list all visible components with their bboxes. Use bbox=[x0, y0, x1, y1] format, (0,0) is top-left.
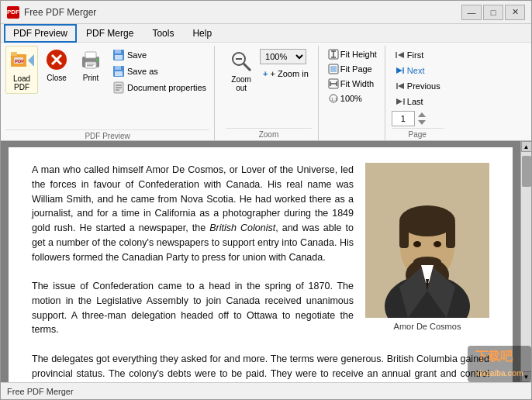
minimize-button[interactable]: — bbox=[461, 5, 482, 20]
zoom-out-icon bbox=[229, 49, 254, 74]
watermark-url: xiazaiba.com bbox=[475, 369, 523, 378]
title-bar: PDF Free PDF Merger — □ ✕ bbox=[1, 1, 531, 24]
save-as-icon bbox=[112, 65, 125, 78]
status-bar: Free PDF Merger bbox=[1, 382, 531, 399]
svg-marker-47 bbox=[418, 120, 426, 125]
fit-width-button[interactable]: Fit Width bbox=[326, 77, 378, 91]
load-pdf-icon: PDF bbox=[9, 48, 34, 73]
svg-text:1:1: 1:1 bbox=[331, 97, 338, 102]
menu-pdf-preview[interactable]: PDF Preview bbox=[4, 24, 77, 43]
svg-rect-11 bbox=[87, 65, 93, 67]
next-page-label: Next bbox=[407, 66, 425, 75]
italic-text: British Colonist bbox=[209, 222, 275, 233]
svg-text:PDF: PDF bbox=[15, 59, 24, 64]
menu-help[interactable]: Help bbox=[183, 24, 221, 43]
window-title: Free PDF Merger bbox=[24, 7, 96, 18]
fit-width-label: Fit Width bbox=[340, 79, 374, 88]
pdf-page: Amor De Cosmos A man who called himself … bbox=[9, 147, 513, 382]
zoom-out-label: Zoomout bbox=[231, 75, 251, 92]
zoom-out-button[interactable]: Zoomout bbox=[226, 47, 257, 94]
document-properties-button[interactable]: Document properties bbox=[109, 80, 209, 95]
watermark: 下载吧 xiazaiba.com bbox=[468, 346, 531, 382]
svg-point-58 bbox=[413, 241, 421, 247]
doc-props-icon bbox=[112, 81, 125, 94]
prev-page-icon bbox=[395, 81, 406, 91]
content-area: Amor De Cosmos A man who called himself … bbox=[1, 141, 531, 382]
svg-marker-42 bbox=[398, 83, 404, 89]
scroll-thumb[interactable] bbox=[522, 156, 531, 187]
save-column: Save Save as bbox=[109, 46, 209, 95]
menu-pdf-merge[interactable]: PDF Merge bbox=[77, 24, 143, 43]
fit-height-label: Fit Height bbox=[340, 50, 377, 59]
page-spinner-icon bbox=[416, 111, 427, 126]
status-text: Free PDF Merger bbox=[7, 387, 74, 396]
fit-100-label: 100% bbox=[340, 94, 362, 103]
last-page-label: Last bbox=[407, 97, 423, 106]
fit-height-icon bbox=[328, 49, 339, 60]
window-close-button[interactable]: ✕ bbox=[505, 5, 525, 20]
svg-rect-54 bbox=[399, 221, 409, 248]
page-number-row bbox=[392, 111, 444, 126]
save-icon bbox=[112, 49, 125, 61]
ribbon-group-page: First Next Previous Last bbox=[387, 46, 448, 140]
svg-rect-14 bbox=[115, 50, 121, 53]
previous-page-button[interactable]: Previous bbox=[392, 78, 444, 94]
scroll-track bbox=[521, 152, 532, 371]
zoom-in-plus: + bbox=[263, 69, 268, 78]
last-page-button[interactable]: Last bbox=[392, 94, 444, 109]
zoom-in-button[interactable]: + + Zoom in bbox=[260, 66, 312, 81]
close-icon bbox=[44, 47, 69, 72]
pdf-image-container: Amor De Cosmos bbox=[365, 163, 489, 333]
print-label: Print bbox=[83, 74, 99, 82]
fit-page-label: Fit Page bbox=[340, 64, 372, 74]
fit-page-icon bbox=[328, 64, 339, 74]
svg-marker-45 bbox=[396, 98, 402, 105]
load-pdf-button[interactable]: PDF LoadPDF bbox=[5, 46, 38, 94]
zoom-controls-col: 100% 75% 50% 125% 150% + + Zoom in bbox=[260, 47, 312, 81]
previous-page-label: Previous bbox=[407, 81, 440, 91]
print-button[interactable]: Print bbox=[75, 46, 106, 84]
page-group-label: Page bbox=[392, 128, 444, 139]
ribbon: PDF LoadPDF Close bbox=[1, 43, 531, 141]
title-bar-left: PDF Free PDF Merger bbox=[7, 6, 96, 19]
paragraph-3: The delegates got everything they asked … bbox=[32, 352, 489, 382]
zoom-out-svg bbox=[229, 49, 254, 74]
load-pdf-svg: PDF bbox=[9, 48, 34, 73]
page-buttons: First Next Previous Last bbox=[392, 47, 444, 128]
app-icon: PDF bbox=[7, 6, 19, 19]
svg-point-12 bbox=[96, 59, 98, 61]
next-page-button[interactable]: Next bbox=[392, 63, 444, 78]
save-as-svg bbox=[112, 65, 125, 78]
fit-buttons: Fit Height Fit Page Fit Width 1:1 100% bbox=[326, 47, 378, 139]
svg-point-59 bbox=[434, 241, 441, 247]
first-page-button[interactable]: First bbox=[392, 47, 444, 63]
close-button[interactable]: Close bbox=[41, 46, 72, 84]
first-page-icon bbox=[395, 50, 406, 60]
page-number-input[interactable] bbox=[392, 111, 415, 126]
preview-group-label: PDF Preview bbox=[5, 129, 209, 140]
svg-rect-18 bbox=[115, 71, 123, 76]
menu-tools[interactable]: Tools bbox=[143, 24, 183, 43]
fit-width-icon bbox=[328, 78, 339, 89]
fit-page-button[interactable]: Fit Page bbox=[326, 62, 378, 76]
fit-100-button[interactable]: 1:1 100% bbox=[326, 91, 378, 105]
pdf-viewport: Amor De Cosmos A man who called himself … bbox=[1, 141, 520, 382]
person-photo bbox=[365, 163, 489, 318]
svg-marker-46 bbox=[418, 112, 426, 117]
print-icon bbox=[78, 47, 103, 72]
maximize-button[interactable]: □ bbox=[483, 5, 503, 20]
svg-line-25 bbox=[244, 64, 250, 71]
image-caption: Amor De Cosmos bbox=[365, 320, 489, 333]
print-svg bbox=[78, 47, 103, 72]
scroll-up-button[interactable]: ▲ bbox=[521, 141, 532, 152]
close-label: Close bbox=[47, 74, 67, 82]
save-as-button[interactable]: Save as bbox=[109, 64, 209, 79]
fit-height-button[interactable]: Fit Height bbox=[326, 47, 378, 61]
zoom-percent-select[interactable]: 100% 75% 50% 125% 150% bbox=[260, 49, 306, 64]
zoom-content: Zoomout 100% 75% 50% 125% 150% + + Zoom … bbox=[226, 47, 312, 128]
close-svg bbox=[44, 47, 69, 72]
save-button[interactable]: Save bbox=[109, 47, 209, 63]
save-svg bbox=[112, 49, 125, 61]
svg-marker-40 bbox=[396, 67, 402, 74]
watermark-cn: 下载吧 bbox=[475, 350, 513, 363]
